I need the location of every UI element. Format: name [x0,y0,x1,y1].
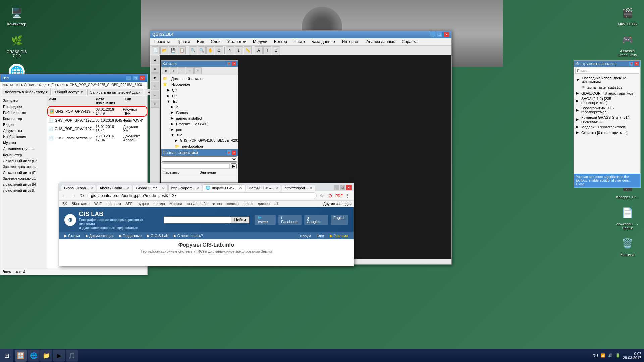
bookmark-button[interactable]: ☆ [318,192,325,199]
menu-settings[interactable]: Установки [225,39,248,45]
forward-button[interactable]: → [70,192,77,199]
menu-layer[interactable]: Слой [209,39,222,45]
file-row-tiff[interactable]: 🖼️ GHS_POP_GPW41975_GLOBE_R2015A_S4... 0… [47,106,147,117]
close-button[interactable]: ✕ [139,75,145,81]
pdf-button[interactable]: PDF [335,192,343,199]
bookmark-disser[interactable]: диссер [256,201,271,206]
qgis-titlebar[interactable]: QGIS2.18.4 _ □ ✕ [150,31,451,38]
menu-modules[interactable]: Модули [251,39,269,45]
add-library-button[interactable]: Добавить в библиотеку ▾ [2,89,51,95]
catalog-pin[interactable]: 📌 [226,61,231,66]
sidebar-item-drive-e[interactable]: Локальный диск (E: [0,170,47,176]
tool-save[interactable]: 💾 [169,46,177,54]
desktop-icon-mkv[interactable]: 🎬 МКV 11036 [614,3,641,27]
analysis-scripts[interactable]: ▶Скрипты [0 геоалгоритмов] [574,130,640,135]
tool-identify[interactable]: ℹ [235,46,243,54]
tool-new[interactable]: 📄 [152,46,160,54]
maximize-button[interactable]: □ [132,75,139,81]
tool-zoom-in[interactable]: 🔍 [189,46,197,54]
file-row-xml[interactable]: 📄 GHS_POP_GPW41975_GLOBE_R2015A_S4... 18… [47,124,147,133]
file-row-pdf[interactable]: 📄 GHSL_data_access_v1.3 28.10.2016 17:04… [47,133,147,143]
desktop-icon-grass[interactable]: 🌿 GRASS GIS 7.2.0 [3,31,30,59]
site-search-input[interactable] [164,217,231,223]
analysis-saga[interactable]: ▶SAGA (2.1.2) [235 геоалгоритмов] [574,96,640,105]
chrome-tab-4[interactable]: 🌐 Форумы GIS-... ✕ [203,184,245,191]
tool-label[interactable]: A [255,46,263,54]
menu-vector[interactable]: Вектор [272,39,289,45]
sidebar-item-recent[interactable]: Последнее [0,104,47,110]
analysis-zonal[interactable]: ⚙Zonal raster statistics [579,84,640,90]
menu-view[interactable]: Вид [195,39,206,45]
taskbar-icon-player[interactable]: 🎵 [66,350,78,362]
nav-blog[interactable]: Блог [316,234,324,238]
stats-input[interactable] [162,163,230,169]
sidebar-item-drive-i[interactable]: Локальный диск (I: [0,187,47,193]
catalog-up[interactable]: ↑ [186,67,194,74]
menu-button[interactable]: ⊙ [327,192,334,199]
taskbar-icon-explorer[interactable]: 📁 [40,350,52,362]
catalog-home[interactable]: 📁Домашний каталог [161,76,238,81]
sidebar-item-music[interactable]: Музыка [0,140,47,146]
tab-close-4[interactable]: ✕ [239,186,242,190]
sidebar-item-computer[interactable]: Компьютер [0,116,47,122]
menu-edit[interactable]: Правка [174,39,192,45]
sidebar-item-mycomputer[interactable]: Компьютер [0,152,47,158]
taskbar-icon-media[interactable]: ▶ [53,350,65,362]
bookmark-wot[interactable]: WoT [93,201,103,206]
taskbar-icon-start[interactable]: 🪟 [15,350,27,362]
analysis-geoalg[interactable]: ▶Геоалгоритмы [116 геоалгоритмов] [574,105,640,115]
tool-pan[interactable]: ✋ [206,46,214,54]
stats-calc-button[interactable]: ▶ [231,163,237,169]
analysis-recent[interactable]: ▼Последние используемые алгоритмы [574,76,640,84]
social-facebook[interactable]: f Facebook [278,215,301,225]
menu-analysis[interactable]: Анализ данных [364,39,397,45]
burn-disc-button[interactable]: Записать на оптический диск [87,89,143,95]
bookmark-regupdate[interactable]: регуляр обн [185,201,209,206]
catalog-c[interactable]: ▶C:/ [161,87,238,93]
catalog-geo[interactable]: ▶рео [161,127,238,132]
catalog-refresh[interactable]: ↻ [162,67,169,74]
side-btn-4[interactable]: + [151,82,159,90]
tab-close-6[interactable]: ✕ [310,186,312,190]
catalog-program-files[interactable]: ▶Program Files (x86) [161,121,238,127]
bookmark-all[interactable]: all [273,201,279,206]
chrome-tab-3[interactable]: http://cidport... ✕ [168,185,202,191]
file-manager-titlebar[interactable]: гис _ □ ✕ [0,74,147,82]
menu-help[interactable]: Справка [400,39,420,45]
catalog-close[interactable]: ✕ [232,61,236,66]
refresh-button[interactable]: ↻ [78,192,86,199]
catalog-ghs-pop[interactable]: ▶GHS_POP_GPW41975_GLOBE_R2015A_ [161,138,238,143]
nav-forum[interactable]: Форум [300,234,311,238]
tab-close-3[interactable]: ✕ [196,186,199,190]
chrome-tab-1[interactable]: About / Conta... ✕ [97,185,132,191]
analysis-gdal[interactable]: ▶GDAL/OGR [48 геоалгоритмов] [574,90,640,96]
sidebar-item-drive-h[interactable]: Локальный диск (H [0,181,47,187]
analysis-close[interactable]: ✕ [634,61,639,66]
taskbar-icon-chrome[interactable]: 🌐 [28,350,40,362]
stats-dropdown[interactable] [161,156,238,163]
tab-close-5[interactable]: ✕ [275,186,278,190]
catalog-gis[interactable]: ▼гис [161,132,238,138]
chrome-close[interactable]: ✕ [346,185,352,190]
chrome-maximize[interactable]: □ [340,185,345,190]
analysis-grass[interactable]: ▶Команды GRASS GIS 7 [314 геоалгорит...] [574,115,640,124]
tool-field[interactable]: T [263,46,271,54]
analysis-pin[interactable]: 📌 [629,61,634,66]
qgis-close[interactable]: ✕ [443,32,449,37]
tool-select[interactable]: ↖ [226,46,234,54]
tab-close-2[interactable]: ✕ [162,186,165,190]
bookmark-vkontakte[interactable]: ВКонтакте [70,201,91,206]
tool-open[interactable]: 📂 [160,46,168,54]
sidebar-item-desktop[interactable]: Рабочий стол [0,110,47,116]
qgis-minimize[interactable]: _ [430,32,436,37]
file-row-ovr[interactable]: 📄 GHS_POP_GPW41975_GLOBE_R2015A_... 05.1… [47,117,147,124]
nav-about[interactable]: ▶ О GIS-Lab [147,234,168,238]
back-button[interactable]: ← [61,192,68,199]
catalog-games[interactable]: ▶Games [161,110,238,115]
analysis-search-input[interactable] [575,68,639,74]
side-btn-3[interactable]: ▶ [151,73,159,81]
analysis-models[interactable]: ▶Модели [0 геоалгоритмов] [574,124,640,130]
nav-docs[interactable]: ▶ Документация [86,234,114,238]
tool-annotate[interactable]: 🗒 [272,46,280,54]
tool-measure[interactable]: 📏 [244,46,252,54]
